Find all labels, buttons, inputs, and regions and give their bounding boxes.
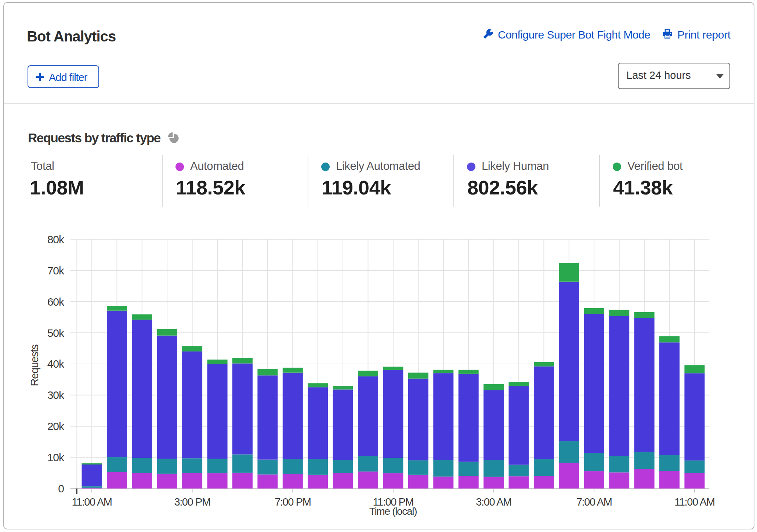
- svg-text:Time (local): Time (local): [369, 506, 417, 517]
- svg-text:3:00 AM: 3:00 AM: [476, 496, 511, 508]
- svg-text:3:00 PM: 3:00 PM: [174, 496, 210, 508]
- svg-text:40k: 40k: [47, 358, 65, 370]
- svg-text:30k: 30k: [47, 389, 65, 401]
- svg-text:7:00 PM: 7:00 PM: [275, 496, 311, 508]
- svg-text:7:00 AM: 7:00 AM: [576, 496, 612, 508]
- svg-text:10k: 10k: [47, 451, 65, 463]
- svg-text:Requests: Requests: [29, 345, 40, 386]
- svg-text:70k: 70k: [47, 265, 65, 277]
- svg-text:11:00 AM: 11:00 AM: [674, 496, 714, 508]
- svg-text:0: 0: [58, 482, 64, 495]
- svg-text:50k: 50k: [47, 327, 65, 339]
- svg-text:20k: 20k: [47, 420, 65, 432]
- svg-text:60k: 60k: [47, 296, 65, 308]
- svg-text:11:00 AM: 11:00 AM: [72, 496, 112, 508]
- svg-text:80k: 80k: [47, 233, 65, 245]
